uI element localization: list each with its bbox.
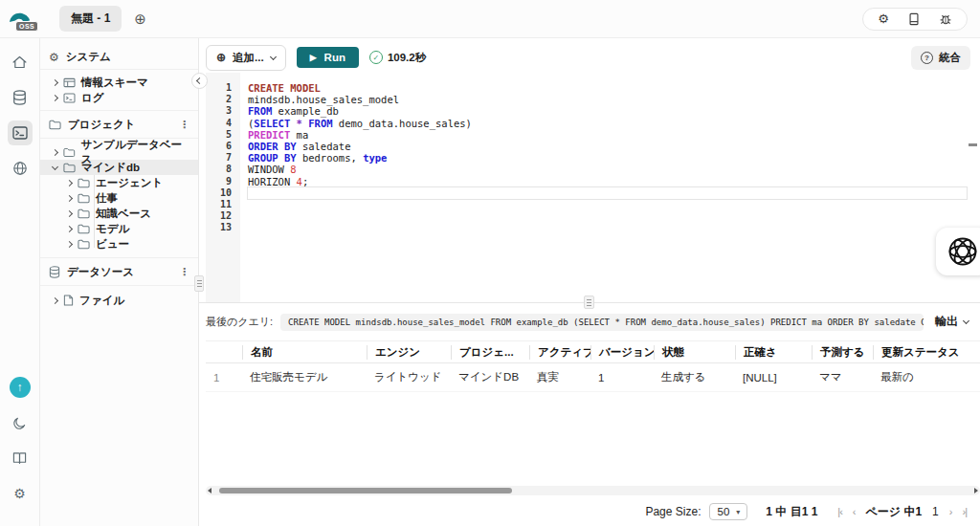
add-button[interactable]: ⊕ 追加...	[206, 45, 286, 71]
code-line[interactable]	[248, 222, 967, 233]
new-tab-icon[interactable]: ⊕	[134, 11, 146, 26]
gear-icon: ⚙	[49, 52, 59, 63]
schema-icon	[63, 77, 76, 88]
sql-editor[interactable]: 12345678910111213 CREATE MODELmindsdb.ho…	[206, 73, 980, 302]
sidebar-item-information-schema[interactable]: 情報スキーマ	[40, 75, 198, 90]
horizontal-scrollbar[interactable]	[206, 486, 980, 495]
code-lines[interactable]: CREATE MODELmindsdb.house_sales_modelFRO…	[240, 73, 980, 302]
dark-mode-toggle[interactable]	[8, 410, 33, 435]
column-header[interactable]: 状態	[654, 345, 735, 360]
kebab-menu-icon[interactable]: ⋮	[179, 119, 189, 131]
page-size-label: Page Size:	[645, 505, 701, 518]
code-line[interactable]	[248, 199, 967, 210]
row-range-text: 1 中 目1 1	[766, 504, 817, 520]
play-icon: ▶	[310, 54, 317, 62]
docs-icon[interactable]	[907, 12, 921, 26]
editor-scrollbar-thumb[interactable]	[969, 143, 977, 146]
code-token: demo_data.house_sales)	[333, 118, 472, 129]
code-token: CREATE MODEL	[248, 82, 321, 94]
line-number: 2	[206, 94, 232, 105]
code-line[interactable]: FROM example_db	[248, 105, 967, 117]
settings-button[interactable]: ⚙	[8, 481, 33, 506]
tab-untitled-1[interactable]: 無題 - 1	[59, 6, 122, 32]
previous-page-button[interactable]: ‹	[853, 506, 856, 517]
code-token: FROM	[248, 105, 272, 117]
scroll-right-arrow[interactable]	[974, 488, 978, 493]
sidebar-collapse-button[interactable]	[191, 73, 208, 89]
panel-resize-handle[interactable]	[584, 296, 594, 309]
first-page-button[interactable]: |‹	[837, 506, 842, 517]
bug-icon[interactable]	[939, 12, 952, 26]
column-header[interactable]: アクティブ	[529, 345, 590, 360]
floating-logo-card[interactable]	[936, 228, 980, 275]
next-page-button[interactable]: ›	[949, 506, 952, 517]
run-button[interactable]: ▶ Run	[297, 47, 359, 68]
column-header[interactable]: プロジェ...	[451, 345, 529, 360]
tree-indent-guide	[94, 175, 95, 248]
sidebar-section-system[interactable]: ⚙ システム	[40, 45, 198, 69]
sidebar-item-files[interactable]: ファイル	[40, 293, 198, 308]
tree-item-label: ログ	[81, 91, 104, 105]
scrollbar-thumb[interactable]	[219, 488, 512, 493]
tree-item-label: 仕事	[96, 191, 118, 206]
column-header[interactable]: 予測する	[812, 345, 873, 360]
code-line[interactable]: HORIZON 4;	[248, 176, 967, 187]
page-size-select[interactable]: 50 ▾	[709, 503, 747, 520]
section-label: データソース	[67, 265, 134, 279]
sidebar-item-jobs[interactable]: 仕事	[40, 190, 198, 206]
tree-item-label: 知識ベース	[96, 207, 151, 221]
sidebar-resize-handle[interactable]	[194, 275, 204, 292]
code-line[interactable]	[248, 187, 967, 199]
export-button[interactable]: 輸出	[931, 314, 972, 330]
integrations-button[interactable]: ? 統合	[911, 46, 970, 70]
code-line[interactable]: ORDER BY saledate	[248, 141, 967, 152]
oss-badge: OSS	[15, 21, 38, 32]
last-page-button[interactable]: ›|	[962, 506, 967, 517]
column-header[interactable]: バージョン	[590, 345, 654, 360]
sidebar-item-log[interactable]: ログ	[40, 90, 198, 105]
folder-icon	[78, 208, 90, 219]
sidebar-item-views[interactable]: ビュー	[40, 236, 198, 252]
chevron-left-icon	[196, 77, 203, 84]
sidebar-item-knowledge-bases[interactable]: 知識ベース	[40, 206, 198, 221]
code-line[interactable]: (SELECT * FROM demo_data.house_sales)	[248, 118, 967, 129]
mindsdb-logo[interactable]: OSS	[0, 10, 40, 29]
sidebar-item-models[interactable]: モデル	[40, 221, 198, 236]
kebab-menu-icon[interactable]: ⋮	[179, 266, 189, 278]
code-line[interactable]	[248, 210, 967, 222]
line-number: 10	[206, 187, 232, 199]
sidebar-item-sample-databases[interactable]: サンプルデータベース	[40, 144, 198, 160]
column-header[interactable]: エンジン	[367, 345, 451, 360]
line-number: 9	[206, 176, 232, 187]
code-line[interactable]: PREDICT ma	[248, 129, 967, 141]
line-number: 1	[206, 82, 232, 94]
sidebar-section-projects[interactable]: プロジェクト ⋮	[40, 111, 198, 138]
sidebar: ⚙ システム 情報スキーマ ログ プロジェクト ⋮	[40, 38, 199, 526]
sidebar-section-datasources[interactable]: データソース ⋮	[40, 258, 198, 285]
docs-button[interactable]	[8, 446, 33, 471]
column-header[interactable]: 名前	[242, 345, 367, 360]
code-line[interactable]: GROUP BY bedrooms, type	[248, 152, 967, 164]
table-row[interactable]: 1住宅販売モデルライトウッドマインドDB真実1生成する[NULL]ママ最新の	[206, 363, 980, 392]
sidebar-item-agents[interactable]: エージェント	[40, 175, 198, 190]
gear-icon: ⚙	[13, 487, 26, 500]
code-line[interactable]: WINDOW 8	[248, 164, 967, 175]
code-token: WINDOW	[248, 164, 290, 175]
settings-icon[interactable]: ⚙	[878, 12, 889, 25]
models-nav-button[interactable]	[8, 156, 33, 181]
chevron-right-icon	[66, 209, 73, 216]
select-caret-icon: ▾	[736, 508, 740, 516]
sql-editor-nav-button[interactable]	[8, 121, 33, 145]
table-cell: [NULL]	[735, 372, 812, 384]
scroll-left-arrow[interactable]	[208, 488, 212, 493]
column-header[interactable]: 正確さ	[735, 345, 812, 360]
home-nav-button[interactable]	[8, 50, 33, 75]
code-line[interactable]: mindsdb.house_sales_model	[248, 94, 967, 105]
folder-icon	[78, 224, 90, 234]
column-header[interactable]: 更新ステータス	[873, 345, 980, 360]
check-circle-icon: ✓	[369, 51, 383, 64]
code-line[interactable]: CREATE MODEL	[248, 82, 967, 94]
line-number: 3	[206, 105, 232, 117]
data-nav-button[interactable]	[8, 85, 33, 110]
upgrade-button[interactable]: ↑	[8, 375, 33, 400]
